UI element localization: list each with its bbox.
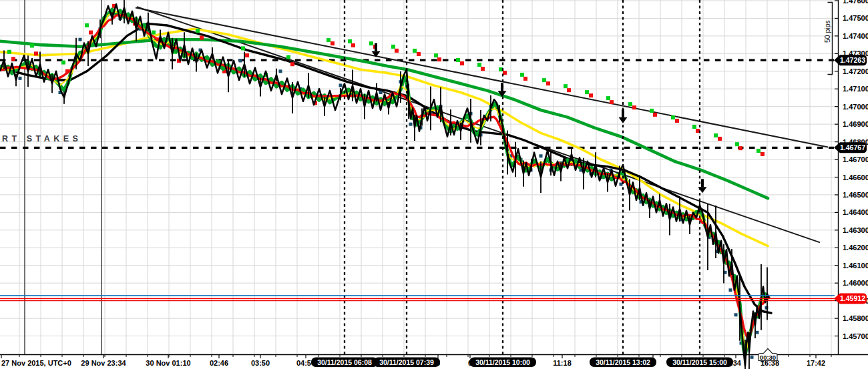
time-axis-label: 11:18 xyxy=(553,359,572,367)
price-axis-label: 1.46300 xyxy=(843,226,868,234)
navy-dot xyxy=(756,331,759,334)
sar-dot-green xyxy=(585,90,589,94)
down-arrow-icon xyxy=(619,117,628,123)
time-axis-label: 30 Nov 01:10 xyxy=(146,359,190,367)
sar-dot-red xyxy=(546,81,550,85)
sar-dot-green xyxy=(542,78,546,82)
event-time-badge-label: 30/11/2015 07:39 xyxy=(379,358,434,366)
price-axis-label: 1.46900 xyxy=(843,120,868,128)
sar-dot-red xyxy=(675,119,679,123)
signal-dot-green xyxy=(196,29,200,33)
price-axis-label: 1.47600 xyxy=(843,0,868,5)
navy-dot xyxy=(620,183,623,186)
time-axis-label: 03:50 xyxy=(251,359,270,367)
time-axis-label: 02:46 xyxy=(210,359,228,367)
price-axis-label: 1.47100 xyxy=(843,85,868,93)
price-axis-label: 1.45700 xyxy=(843,332,868,340)
price-axis-label: 1.46400 xyxy=(843,208,868,216)
navy-dot xyxy=(279,69,282,73)
event-time-badge-label: 30/11/2015 15:00 xyxy=(672,358,727,366)
price-axis-label: 1.45800 xyxy=(843,314,868,322)
navy-dot xyxy=(539,154,543,157)
navy-dot xyxy=(379,91,383,94)
signal-dot-red xyxy=(34,51,38,55)
navy-dot xyxy=(750,356,754,359)
signal-dot-red xyxy=(200,36,204,40)
sar-dot-red xyxy=(351,43,355,47)
sar-dot-green xyxy=(735,142,739,146)
slow-moving-averages xyxy=(0,23,771,313)
down-arrow-shaft xyxy=(501,83,503,91)
navy-dot xyxy=(734,313,738,316)
sar-dot-red xyxy=(481,67,485,71)
signal-dot-red xyxy=(245,53,249,57)
navy-dot xyxy=(729,288,732,292)
sar-dot-green xyxy=(413,49,417,53)
trading-chart-window: RT STAKES 50 pips 1.476001.475001.474001… xyxy=(0,0,868,369)
price-axis-label: 1.46000 xyxy=(843,279,868,287)
time-axis-label: 17:42 xyxy=(807,359,825,367)
sar-dot-red xyxy=(738,146,742,150)
event-time-badge-label: 30/11/2015 13:02 xyxy=(596,358,650,366)
navy-dot xyxy=(239,59,242,62)
red-ma-line xyxy=(0,15,769,338)
sar-dot-red xyxy=(523,77,527,81)
price-axis-label: 1.47000 xyxy=(843,103,868,111)
sar-dot-red xyxy=(761,152,765,156)
watermark-text: RT STAKES xyxy=(2,134,81,143)
signal-dot-green xyxy=(286,55,290,59)
sar-dot-red xyxy=(632,105,636,109)
sar-dot-green xyxy=(456,58,460,62)
signal-dot-red xyxy=(11,57,15,61)
sar-dot-green xyxy=(391,45,395,49)
price-axis-label: 1.47500 xyxy=(843,14,868,22)
navy-dot xyxy=(409,123,413,126)
sar-dot-green xyxy=(671,115,675,119)
countdown-label: 00:30 xyxy=(760,354,776,361)
price-axis-label: 1.46700 xyxy=(843,155,868,163)
sar-dot-red xyxy=(653,113,657,117)
green-ma-line xyxy=(0,39,768,198)
signal-dot-red xyxy=(290,62,294,66)
green-ribbon-line xyxy=(0,9,769,354)
sar-dot-green xyxy=(434,53,438,57)
sar-dot-red xyxy=(589,93,593,97)
sar-dot-red xyxy=(718,137,722,141)
signal-dot-green xyxy=(61,61,65,65)
sar-dot-red xyxy=(331,41,335,45)
signal-dot-green xyxy=(7,50,11,54)
pips-label: 50 pips xyxy=(823,20,831,43)
sar-dot-red xyxy=(417,52,421,56)
event-time-badge-label: 30/11/2015 10:00 xyxy=(475,358,530,366)
signal-dot-green xyxy=(85,23,89,27)
price-axis-label: 1.46100 xyxy=(843,262,868,270)
time-axis[interactable]: 27 Nov 2015, UTC+029 Nov 23:3430 Nov 01:… xyxy=(0,354,868,367)
signal-dot-green xyxy=(30,43,34,47)
time-axis-label: 27 Nov 2015, UTC+0 xyxy=(1,359,71,367)
price-axis-label: 1.47200 xyxy=(843,67,868,75)
down-arrow-shaft xyxy=(622,109,624,117)
bar-countdown-marker: 00:30 xyxy=(758,349,777,361)
price-level-badge-label: 1.45912 xyxy=(840,294,865,302)
price-level-badge-label: 1.46767 xyxy=(840,143,865,151)
price-axis-label: 1.46500 xyxy=(843,191,868,199)
signal-dot-green xyxy=(241,46,245,50)
sar-dot-green xyxy=(628,102,632,106)
sar-dot-green xyxy=(369,41,373,45)
price-axis-label: 1.47400 xyxy=(843,32,868,40)
price-axis-label: 1.46200 xyxy=(843,244,868,252)
price-axis-label: 1.46600 xyxy=(843,173,868,181)
sar-dot-red xyxy=(395,49,399,53)
pips-measure-bracket: 50 pips xyxy=(823,3,833,75)
down-arrow-shaft xyxy=(701,179,704,187)
price-chart-canvas[interactable]: RT STAKES 50 pips 1.476001.475001.474001… xyxy=(0,0,868,369)
sar-dot-red xyxy=(610,100,614,104)
yellow-ma-line xyxy=(0,29,768,246)
event-time-badge-label: 30/11/2015 06:08 xyxy=(317,358,372,366)
sar-dot-green xyxy=(477,63,481,67)
sar-dot-green xyxy=(756,149,761,153)
sar-dot-green xyxy=(606,96,610,100)
sar-dot-red xyxy=(437,57,441,61)
current-price-lines xyxy=(0,296,835,300)
sar-dot-green xyxy=(714,133,718,137)
